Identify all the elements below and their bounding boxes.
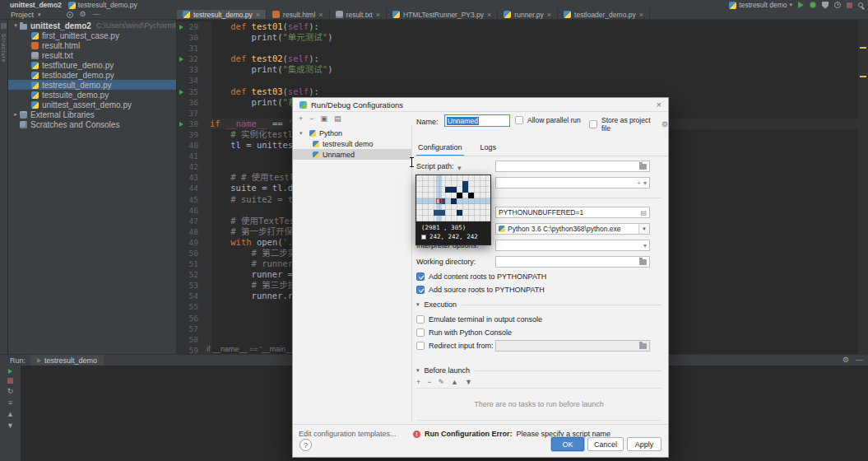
- hide-panel-icon[interactable]: —: [93, 11, 100, 18]
- run-configuration-selector[interactable]: testresult demo ▾: [729, 1, 792, 9]
- store-options-gear-icon[interactable]: ⚙: [661, 121, 668, 128]
- add-configuration-icon[interactable]: +: [299, 114, 303, 123]
- run-gutter-icon[interactable]: [177, 183, 185, 193]
- chevron-down-icon[interactable]: ▾: [38, 12, 41, 18]
- run-gutter-icon[interactable]: [177, 237, 185, 248]
- move-task-down-icon[interactable]: ▼: [465, 378, 472, 386]
- close-tab-icon[interactable]: ×: [639, 11, 643, 19]
- project-tree-item[interactable]: first_unittest_case.py: [8, 30, 176, 40]
- locate-file-icon[interactable]: [67, 12, 73, 18]
- run-gutter-icon[interactable]: [177, 161, 185, 172]
- run-button[interactable]: [798, 2, 804, 8]
- code-text[interactable]: [205, 75, 858, 86]
- run-gutter-icon[interactable]: [177, 108, 185, 119]
- cancel-button[interactable]: Cancel: [587, 437, 624, 451]
- stop-button[interactable]: [847, 2, 852, 8]
- tree-chevron-icon[interactable]: ▸: [12, 111, 20, 118]
- run-gutter-icon[interactable]: [177, 291, 185, 301]
- edit-task-icon[interactable]: ✎: [439, 378, 445, 386]
- chevron-down-icon[interactable]: ▾: [299, 130, 306, 137]
- profiler-button[interactable]: [834, 2, 841, 8]
- project-tree-item[interactable]: result.txt: [8, 50, 176, 60]
- project-tree-item[interactable]: ▸ External Libraries: [8, 109, 176, 119]
- close-tab-icon[interactable]: ×: [547, 11, 551, 19]
- run-with-python-console-checkbox[interactable]: [416, 328, 425, 337]
- run-gutter-icon[interactable]: [177, 216, 185, 226]
- project-panel-title[interactable]: Project: [11, 11, 34, 19]
- editor-tab[interactable]: testresult_demo.py ×: [177, 10, 267, 19]
- run-gutter-icon[interactable]: [177, 140, 185, 151]
- project-tree-item[interactable]: testloader_demo.py: [8, 70, 176, 80]
- project-tree-item[interactable]: result.html: [8, 40, 176, 50]
- settings-gear-icon[interactable]: ⚙: [80, 11, 86, 18]
- interpreter-dropdown-chevron-icon[interactable]: ▾: [638, 224, 649, 234]
- browse-folder-icon[interactable]: [639, 343, 647, 349]
- config-item-testresult-demo[interactable]: testresult demo: [293, 138, 411, 149]
- parameters-field[interactable]: +▾: [495, 177, 650, 189]
- collapse-section-icon[interactable]: ▾: [416, 367, 420, 374]
- ok-button[interactable]: OK: [551, 437, 584, 451]
- redirect-input-field[interactable]: [495, 340, 650, 352]
- hide-run-panel-icon[interactable]: —: [856, 356, 863, 364]
- browse-folder-icon[interactable]: [639, 259, 647, 265]
- editor-tab[interactable]: testloader_demo.py ×: [558, 10, 650, 19]
- code-line[interactable]: 31: [177, 43, 858, 54]
- project-tree-item[interactable]: testsuite_demo.py: [8, 90, 176, 100]
- run-settings-gear-icon[interactable]: ⚙: [842, 356, 849, 364]
- add-content-roots-checkbox[interactable]: [416, 272, 425, 281]
- rerun-failed-icon[interactable]: ↻: [7, 388, 14, 395]
- structure-tool-button[interactable]: Structure: [1, 34, 7, 63]
- run-gutter-icon[interactable]: [177, 21, 185, 32]
- collapse-section-icon[interactable]: ▾: [416, 301, 420, 308]
- code-text[interactable]: print("集成测试"): [205, 64, 858, 75]
- run-gutter-icon[interactable]: [177, 119, 185, 129]
- code-text[interactable]: def test03(self):: [205, 86, 858, 97]
- run-gutter-icon[interactable]: [177, 64, 185, 75]
- run-gutter-icon[interactable]: [177, 269, 185, 280]
- editor-tab[interactable]: result.html ×: [267, 10, 329, 19]
- remove-task-icon[interactable]: −: [427, 378, 431, 386]
- help-button[interactable]: ?: [299, 439, 312, 451]
- close-tab-icon[interactable]: ×: [487, 11, 491, 19]
- config-group-python[interactable]: ▾ Python: [293, 128, 411, 138]
- interpreter-options-field[interactable]: ▾: [495, 240, 650, 251]
- project-tree-item[interactable]: unittest_assert_demo.py: [8, 100, 176, 109]
- code-line[interactable]: 29 def test01(self):: [177, 21, 858, 32]
- tree-chevron-icon[interactable]: ▾: [12, 22, 20, 29]
- project-tree-item[interactable]: testresult_demo.py: [8, 80, 176, 90]
- run-console-tab[interactable]: testresult_demo: [30, 355, 104, 366]
- python-interpreter-combo[interactable]: Python 3.6 C:\python368\python.exe ▾: [495, 223, 650, 235]
- run-gutter-icon[interactable]: [177, 205, 185, 216]
- move-task-up-icon[interactable]: ▲: [451, 378, 458, 386]
- coverage-button[interactable]: [822, 2, 829, 9]
- editor-tab[interactable]: HTMLTestRunner_PY3.py ×: [387, 10, 498, 19]
- run-gutter-icon[interactable]: [177, 172, 185, 183]
- run-gutter-icon[interactable]: [177, 97, 185, 108]
- add-source-roots-checkbox[interactable]: [416, 286, 425, 294]
- code-line[interactable]: 33 print("集成测试"): [177, 64, 858, 75]
- tab-configuration[interactable]: Configuration: [416, 142, 464, 156]
- console-menu-icon[interactable]: ≡: [8, 399, 12, 407]
- run-gutter-icon[interactable]: [177, 226, 185, 237]
- name-input[interactable]: Unnamed: [444, 114, 510, 127]
- breadcrumb[interactable]: testresult_demo.py: [68, 1, 137, 9]
- run-gutter-icon[interactable]: [177, 301, 185, 312]
- script-path-field[interactable]: [495, 161, 650, 172]
- editor-scrollbar[interactable]: [858, 20, 868, 354]
- emulate-terminal-checkbox[interactable]: [416, 315, 425, 324]
- scroll-up-icon[interactable]: ▲: [7, 411, 14, 418]
- scrollbar-warning-mark[interactable]: [860, 76, 866, 77]
- config-item-unnamed[interactable]: Unnamed: [293, 149, 411, 160]
- apply-button[interactable]: Apply: [627, 437, 661, 451]
- run-gutter-icon[interactable]: [177, 334, 185, 345]
- allow-parallel-run-checkbox[interactable]: [515, 116, 523, 124]
- edit-configuration-templates-link[interactable]: Edit configuration templates...: [299, 430, 397, 438]
- remove-configuration-icon[interactable]: −: [309, 114, 313, 123]
- run-gutter-icon[interactable]: [177, 32, 185, 43]
- run-gutter-icon[interactable]: [177, 54, 185, 64]
- rerun-button[interactable]: [8, 369, 12, 374]
- code-line[interactable]: 32 def test02(self):: [177, 54, 858, 64]
- environment-variables-field[interactable]: PYTHONUNBUFFERED=1 ▤: [495, 207, 650, 218]
- redirect-input-checkbox[interactable]: [416, 342, 425, 350]
- stop-process-button[interactable]: [7, 378, 13, 384]
